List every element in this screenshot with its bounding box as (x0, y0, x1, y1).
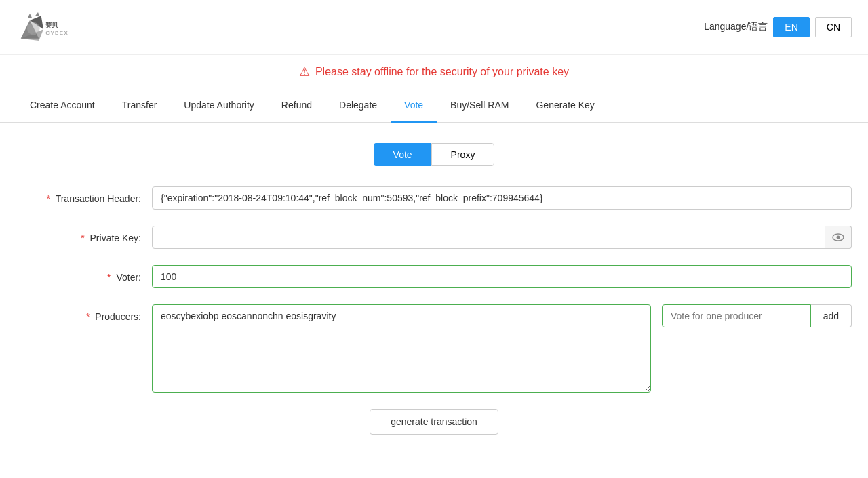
eye-icon (832, 233, 844, 242)
private-key-label: * Private Key: (16, 226, 152, 243)
nav-transfer[interactable]: Transfer (108, 89, 171, 123)
warning-banner: ⚠ Please stay offline for the security o… (0, 55, 868, 89)
producer-add-row: add (662, 304, 852, 327)
required-star: * (47, 193, 50, 204)
add-producer-button[interactable]: add (811, 304, 852, 327)
nav-generate-key[interactable]: Generate Key (522, 89, 608, 123)
producers-label: * Producers: (16, 304, 152, 322)
nav-update-authority[interactable]: Update Authority (170, 89, 268, 123)
required-star-3: * (107, 272, 111, 283)
producer-name-input[interactable] (662, 304, 811, 327)
warning-text: Please stay offline for the security of … (315, 66, 569, 78)
show-password-button[interactable] (825, 226, 852, 249)
lang-label: Language/语言 (704, 21, 768, 33)
producers-add-area: add (662, 304, 852, 327)
nav-vote[interactable]: Vote (391, 89, 437, 123)
producers-textarea[interactable] (152, 304, 651, 393)
language-switcher: Language/语言 EN CN (704, 17, 852, 37)
logo: 赛贝 CYBEX (16, 7, 71, 47)
warning-icon: ⚠ (299, 64, 310, 79)
svg-marker-4 (28, 14, 33, 18)
main-nav: Create Account Transfer Update Authority… (0, 89, 868, 123)
svg-point-9 (836, 236, 840, 239)
transaction-header-label: * Transaction Header: (16, 186, 152, 204)
header: 赛贝 CYBEX Language/语言 EN CN (0, 0, 868, 55)
nav-refund[interactable]: Refund (268, 89, 326, 123)
private-key-row: * Private Key: (16, 226, 852, 249)
nav-buy-sell-ram[interactable]: Buy/Sell RAM (437, 89, 522, 123)
required-star-2: * (81, 233, 84, 243)
private-key-wrapper (152, 226, 852, 249)
lang-cn-button[interactable]: CN (815, 17, 852, 37)
svg-text:CYBEX: CYBEX (45, 30, 68, 36)
main-content: Vote Proxy * Transaction Header: * Priva… (0, 123, 868, 455)
generate-row: generate transaction (16, 409, 852, 435)
vote-proxy-toggle: Vote Proxy (16, 143, 852, 166)
cybex-logo: 赛贝 CYBEX (16, 7, 71, 47)
voter-row: * Voter: (16, 265, 852, 288)
voter-label: * Voter: (16, 265, 152, 283)
proxy-toggle-button[interactable]: Proxy (431, 143, 495, 166)
svg-text:赛贝: 赛贝 (45, 21, 58, 28)
vote-toggle-button[interactable]: Vote (374, 143, 431, 166)
svg-marker-5 (35, 12, 40, 17)
generate-transaction-button[interactable]: generate transaction (370, 409, 498, 435)
lang-en-button[interactable]: EN (773, 17, 809, 37)
nav-create-account[interactable]: Create Account (16, 89, 108, 123)
transaction-header-input[interactable] (152, 186, 852, 210)
private-key-input[interactable] (152, 226, 852, 249)
voter-input[interactable] (152, 265, 852, 288)
svg-point-3 (27, 22, 40, 35)
nav-delegate[interactable]: Delegate (326, 89, 391, 123)
required-star-4: * (86, 311, 90, 322)
producers-row: * Producers: add (16, 304, 852, 393)
transaction-header-row: * Transaction Header: (16, 186, 852, 210)
